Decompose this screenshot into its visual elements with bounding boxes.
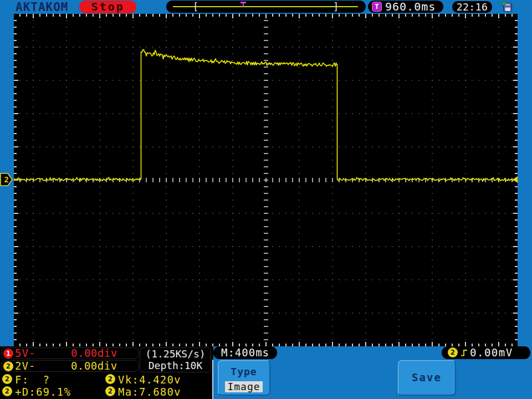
trigger-position-marker-stem <box>243 3 244 7</box>
meas-ma-badge: 2 <box>105 386 115 396</box>
type-selected-value: Image <box>225 381 263 392</box>
run-state-button[interactable]: Stop <box>79 1 136 13</box>
type-softkey-button[interactable]: Type Image <box>218 360 270 396</box>
measurement-row-2: 2 +D:69.1% 2 Ma:7.680v <box>0 386 213 398</box>
menu-divider <box>212 360 213 399</box>
save-softkey-button[interactable]: Save <box>398 360 456 396</box>
trigger-readout: 2 0.00mV <box>442 346 530 359</box>
rising-edge-icon <box>460 349 468 357</box>
window-left-bracket: [ <box>193 1 198 12</box>
meas-vk-badge: 2 <box>105 374 115 384</box>
trigger-delay-readout: T 960.0ms <box>368 1 443 13</box>
meas-ma: Ma:7.680v <box>118 387 181 397</box>
channel-1-readout: 1 5V- 0.00div <box>1 347 139 359</box>
trigger-level-value: 0.00mV <box>470 346 513 359</box>
acquisition-readout: (1.25KS/s) Depth:10K <box>140 347 211 372</box>
trigger-t-icon: T <box>372 2 382 12</box>
brand-logo: AKTAKOM <box>16 1 69 14</box>
type-label: Type <box>218 366 269 377</box>
channel-2-ground-marker[interactable]: 2 <box>0 172 13 187</box>
clock-readout: 22:16 <box>452 1 492 13</box>
measurement-row-1: 2 F: ? 2 Vk:4.420v <box>0 374 213 386</box>
meas-frequency: F: ? <box>15 375 50 385</box>
oscilloscope-screen: AKTAKOM Stop [ ] T 960.0ms 22:16 2 1 5V- <box>0 0 532 399</box>
channel-1-scale: 5V- <box>15 348 35 359</box>
meas-freq-badge: 2 <box>2 374 12 384</box>
svg-text:2: 2 <box>4 175 9 184</box>
record-length-line <box>173 6 358 7</box>
channel-2-offset: 0.00div <box>71 361 117 371</box>
trigger-position-bar: [ ] <box>166 1 366 13</box>
trigger-source-badge: 2 <box>448 347 458 357</box>
channel-2-badge: 2 <box>3 361 13 371</box>
waveform-display <box>14 14 518 346</box>
channel-2-readout: 2 2V- 0.00div <box>1 360 139 372</box>
save-disk-icon <box>501 1 513 12</box>
meas-duty-badge: 2 <box>2 386 12 396</box>
trigger-level-marker[interactable] <box>511 176 518 183</box>
timebase-readout: M:400ms <box>213 346 277 359</box>
channel-1-offset: 0.00div <box>71 348 117 359</box>
channel-1-badge: 1 <box>3 349 13 359</box>
status-panel: 1 5V- 0.00div 2 2V- 0.00div (1.25KS/s) D… <box>0 346 213 399</box>
sample-rate: (1.25KS/s) <box>140 348 211 360</box>
meas-vk: Vk:4.420v <box>118 375 181 385</box>
window-right-bracket: ] <box>333 1 339 12</box>
meas-duty: +D:69.1% <box>15 387 71 397</box>
trigger-position-marker[interactable] <box>240 2 247 7</box>
graticule-and-trace <box>14 14 518 346</box>
channel-2-scale: 2V- <box>15 361 35 371</box>
memory-depth: Depth:10K <box>140 360 211 371</box>
trigger-delay-value: 960.0ms <box>385 1 436 13</box>
